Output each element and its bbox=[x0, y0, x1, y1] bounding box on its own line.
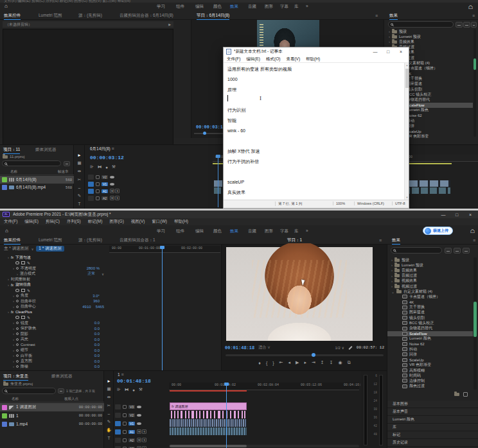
workspace-tab[interactable]: 编辑 bbox=[195, 228, 204, 234]
effects-tree-row[interactable]: 回弹 bbox=[387, 352, 473, 357]
project-row[interactable]: 6月14日(8) 560 bbox=[0, 176, 74, 184]
effects-tree-row[interactable]: Noise 62 bbox=[387, 341, 473, 347]
play-icon[interactable]: ▶ bbox=[296, 360, 299, 365]
tool-icon[interactable]: ✂ bbox=[78, 177, 81, 182]
sliver-clip[interactable] bbox=[214, 411, 215, 418]
twirl-icon[interactable] bbox=[13, 354, 14, 358]
mask-pen-icon[interactable]: ✎ bbox=[27, 315, 30, 320]
twirl-icon[interactable] bbox=[391, 274, 393, 278]
track-header[interactable]: V1 MS bbox=[87, 180, 211, 187]
panel-menu-icon[interactable]: ≡ bbox=[375, 13, 378, 18]
effects-scrollbar[interactable] bbox=[474, 29, 476, 137]
project-row[interactable]: 6月14日(8).mp4 560 bbox=[0, 184, 74, 191]
sliver-clip[interactable] bbox=[206, 411, 208, 418]
workspace-tab[interactable]: 图形 bbox=[265, 4, 273, 10]
effect-param-row[interactable]: fx ✎ 锐度 0.0 ∨ bbox=[0, 320, 108, 326]
quick-upload-button[interactable]: 极速上传 bbox=[423, 227, 453, 235]
program-scrubber[interactable] bbox=[226, 354, 384, 356]
list-view-icon[interactable] bbox=[58, 388, 64, 393]
tool-icon[interactable]: ⇔ bbox=[77, 185, 82, 190]
twirl-icon[interactable] bbox=[13, 299, 14, 303]
playback-resolution-select[interactable]: 1/2 ∨ bbox=[335, 345, 344, 350]
tool-icon[interactable]: T bbox=[78, 202, 81, 206]
sliver-clip[interactable] bbox=[191, 411, 194, 418]
param-value[interactable]: 3.0° bbox=[93, 294, 100, 298]
track-header[interactable]: A2 MS bbox=[114, 436, 169, 444]
lift-icon[interactable]: ↥ bbox=[321, 360, 324, 365]
notepad-scrollbar[interactable]: ▲ ▼ bbox=[404, 63, 409, 200]
tool-icon[interactable]: ⇔ bbox=[107, 411, 111, 416]
effect-param-row[interactable]: fx ✎ 高光 0.0 ∨ bbox=[0, 337, 108, 343]
stopwatch-icon[interactable] bbox=[16, 365, 19, 368]
sliver-clip[interactable] bbox=[238, 411, 239, 418]
effects-tree-row[interactable]: 边缘控制 bbox=[387, 378, 473, 383]
panel-menu-icon[interactable]: ≡ bbox=[472, 13, 475, 18]
effects-tree-row[interactable]: 杂物遮挡替代 bbox=[387, 325, 473, 331]
mute-solo[interactable]: MS bbox=[137, 438, 146, 442]
effects-tree-row[interactable]: Lumetri 颜色 bbox=[387, 336, 473, 341]
tool-icon[interactable]: ⇹ bbox=[78, 169, 81, 174]
menu-item[interactable]: 视图(V) bbox=[131, 219, 145, 225]
tool-icon[interactable]: ✂ bbox=[107, 403, 111, 408]
playhead[interactable] bbox=[218, 155, 218, 207]
stacked-panel-tab[interactable]: 库 bbox=[387, 424, 478, 431]
menu-item[interactable]: 窗口(W) bbox=[152, 219, 167, 225]
param-value[interactable]: 2800 % bbox=[87, 266, 100, 270]
ec-playhead-head[interactable] bbox=[160, 246, 164, 249]
twirl-icon[interactable] bbox=[389, 30, 390, 33]
effects-tree-row[interactable]: 4K bbox=[387, 300, 473, 305]
linked-selection-icon[interactable]: ⧓ bbox=[98, 164, 102, 169]
effects-scrollbar-thumb[interactable] bbox=[474, 58, 476, 70]
stacked-panel-tab[interactable]: 基本图形 bbox=[387, 401, 478, 408]
stopwatch-icon[interactable] bbox=[16, 306, 19, 308]
ec-master-label[interactable]: 主 * 调速图层 bbox=[4, 246, 29, 252]
column-name[interactable]: 名称 bbox=[12, 397, 19, 401]
twirl-icon[interactable] bbox=[391, 258, 393, 262]
sequence-tab[interactable]: 6月14日(8) ≡ bbox=[90, 146, 114, 152]
panel-tab[interactable]: 源：(无剪辑) bbox=[78, 13, 102, 19]
effect-param-row[interactable]: fx ✎ ∨ bbox=[0, 261, 108, 266]
label-color-chip[interactable] bbox=[2, 177, 7, 182]
twirl-icon[interactable] bbox=[13, 305, 14, 309]
source-patch[interactable] bbox=[115, 446, 121, 448]
effects-panel-tab[interactable]: 效果 bbox=[389, 13, 398, 20]
effect-param-row[interactable]: fx ✎ ∨ bbox=[0, 288, 108, 293]
sequence-tab[interactable]: 1 ≡ bbox=[118, 372, 124, 377]
step-forward-icon[interactable]: ▸ bbox=[304, 360, 306, 365]
track-header[interactable]: V1 MS bbox=[114, 419, 169, 427]
param-value[interactable]: 正常 bbox=[87, 271, 95, 277]
filter-yuv-icon[interactable] bbox=[463, 248, 470, 254]
stopwatch-icon[interactable] bbox=[16, 349, 19, 352]
twirl-icon[interactable] bbox=[391, 263, 393, 267]
playhead[interactable] bbox=[226, 383, 227, 448]
ec-playhead[interactable] bbox=[162, 246, 163, 370]
project-row[interactable]: 1.mp4 00:00:00:00 bbox=[0, 420, 104, 428]
workspace-tab[interactable]: 音频 bbox=[248, 228, 256, 234]
param-value[interactable]: 0.0 bbox=[94, 332, 100, 336]
project-search-input[interactable] bbox=[2, 160, 61, 166]
window-titlebar[interactable]: Pr Adobe Premiere Pro 2021 - E:\网页图\朱亚圣.… bbox=[0, 211, 478, 218]
effect-param-row[interactable]: fx ✎ 时间重映射 ∨ bbox=[0, 277, 108, 282]
project-tab[interactable]: 项目：11 bbox=[3, 147, 20, 154]
source-patch[interactable] bbox=[115, 413, 121, 418]
program-timecode[interactable]: 00:01:48:18 bbox=[225, 345, 254, 350]
param-value[interactable]: 0.0 bbox=[94, 365, 100, 368]
playhead-head[interactable] bbox=[224, 383, 229, 386]
label-color-chip[interactable] bbox=[2, 413, 7, 418]
param-value[interactable]: 0.0 bbox=[94, 343, 100, 347]
delete-icon[interactable] bbox=[463, 392, 468, 397]
effects-search-input[interactable] bbox=[391, 247, 442, 254]
tool-icon[interactable]: ✎ bbox=[107, 419, 111, 424]
project-tab[interactable]: 项目：朱亚圣 bbox=[3, 374, 28, 381]
chevron-down-icon[interactable]: ∨ bbox=[31, 247, 34, 251]
effects-tree-row[interactable]: 颜色过渡 bbox=[387, 384, 473, 389]
param-value[interactable]: 0.0 bbox=[94, 359, 100, 363]
lock-icon[interactable] bbox=[123, 430, 127, 434]
mark-in-icon[interactable]: { bbox=[266, 361, 267, 365]
scroll-up-icon[interactable]: ▲ bbox=[405, 64, 409, 67]
param-value-2[interactable]: 5465 bbox=[96, 305, 104, 309]
marker-icon[interactable]: ● bbox=[132, 388, 135, 392]
effects-tree-row[interactable]: 时间码 bbox=[387, 373, 473, 378]
linked-selection-icon[interactable]: ⧓ bbox=[125, 387, 129, 392]
effect-param-row[interactable]: fx ✎ 保护肤色 0.0 ∨ bbox=[0, 326, 108, 332]
